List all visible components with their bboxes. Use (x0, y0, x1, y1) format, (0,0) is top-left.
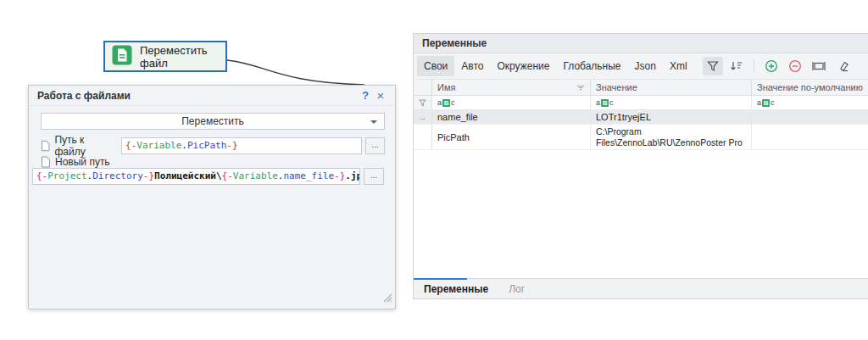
funnel-icon (419, 99, 426, 107)
tab-json[interactable]: Json (628, 56, 663, 76)
action-dropdown[interactable]: Переместить (41, 113, 385, 130)
document-icon (41, 140, 50, 152)
current-row-arrow-icon: → (418, 112, 427, 122)
sort-indicator-icon (576, 82, 585, 92)
match-case-icon: aBc (437, 99, 455, 107)
column-header-value[interactable]: Значение (591, 80, 752, 95)
panel-bottom-tabs: Переменные Лог (414, 278, 868, 298)
cell-variable-value[interactable]: C:\Program Files\ZennoLab\RU\ZennoPoster… (591, 125, 752, 149)
new-path-row: {-Project.Directory-}Полицейский\{-Varia… (32, 168, 384, 185)
add-variable-button[interactable] (761, 57, 782, 75)
filter-cell-value[interactable]: aBc (591, 96, 752, 109)
add-icon (765, 59, 778, 73)
clear-button[interactable] (832, 57, 853, 75)
file-action-icon (112, 45, 132, 69)
workspace: Переместить файл Работа с файлами ? × Пе… (0, 0, 868, 340)
cell-variable-name[interactable]: name_file (432, 110, 591, 124)
sort-icon (730, 60, 743, 72)
rename-button[interactable] (809, 57, 829, 75)
filter-row-indicator (414, 96, 432, 109)
bottom-tab-log[interactable]: Лог (498, 283, 535, 295)
grid-header-row: Имя Значение Значение по-умолчанию (414, 80, 868, 96)
dialog-titlebar[interactable]: Работа с файлами ? × (29, 86, 395, 106)
action-node-move-file[interactable]: Переместить файл (103, 41, 227, 72)
filter-cell-name[interactable]: aBc (432, 96, 591, 109)
eraser-icon (836, 60, 849, 72)
new-path-browse-button[interactable]: ... (364, 168, 384, 185)
variables-panel-header: Переменные (414, 34, 868, 53)
file-path-input[interactable]: {-Variable.PicPath-} (121, 137, 362, 154)
file-path-row: Путь к файлу {-Variable.PicPath-} ... (41, 134, 385, 158)
variables-grid: Имя Значение Значение по-умолчанию (414, 80, 868, 278)
filter-icon (707, 60, 719, 72)
sort-button[interactable] (726, 57, 747, 75)
remove-icon (788, 59, 802, 73)
match-case-icon: aBc (596, 99, 614, 107)
grid-filter-row: aBc aBc aBc (414, 96, 868, 110)
grid-empty-area (414, 150, 868, 278)
chevron-down-icon (370, 120, 377, 124)
new-path-input[interactable]: {-Project.Directory-}Полицейский\{-Varia… (32, 168, 360, 185)
help-icon[interactable]: ? (358, 89, 373, 102)
filter-cell-default[interactable]: aBc (752, 96, 868, 109)
tab-own[interactable]: Свои (417, 56, 454, 76)
row-indicator (414, 125, 432, 149)
filter-button[interactable] (703, 57, 723, 75)
dialog-title: Работа с файлами (37, 90, 358, 102)
close-icon[interactable]: × (373, 88, 388, 103)
toolbar-separator (754, 59, 754, 73)
column-header-name[interactable]: Имя (432, 80, 591, 95)
tab-xml[interactable]: Xml (663, 56, 694, 76)
cell-variable-name[interactable]: PicPath (432, 125, 591, 149)
tab-auto[interactable]: Авто (454, 56, 490, 76)
table-row-picpath[interactable]: PicPath C:\Program Files\ZennoLab\RU\Zen… (414, 125, 868, 150)
tab-environment[interactable]: Окружение (490, 56, 556, 76)
frame-icon (812, 60, 826, 72)
match-case-icon: aBc (757, 99, 775, 107)
cell-variable-value[interactable]: LOTr1tryejEL (591, 110, 752, 124)
active-tab-indicator (414, 278, 467, 280)
column-header-default[interactable]: Значение по-умолчанию (752, 80, 868, 95)
tab-global[interactable]: Глобальные (556, 56, 627, 76)
bottom-tab-variables[interactable]: Переменные (414, 283, 498, 295)
document-icon (41, 156, 51, 168)
remove-variable-button[interactable] (785, 57, 805, 75)
node-label: Переместить файл (140, 44, 225, 70)
table-row-name-file[interactable]: → name_file LOTr1tryejEL (414, 110, 868, 125)
cell-variable-default[interactable] (752, 125, 868, 149)
file-path-browse-button[interactable]: ... (365, 137, 385, 154)
resize-grip[interactable] (382, 291, 392, 306)
action-dropdown-value: Переместить (181, 115, 244, 127)
cell-variable-default[interactable] (752, 110, 868, 124)
variables-panel-title: Переменные (422, 37, 487, 49)
variables-panel: Переменные Свои Авто Окружение Глобальны… (413, 33, 868, 299)
new-path-label: Новый путь (41, 156, 110, 168)
grid-header-indicator (414, 80, 432, 95)
variables-toolbar: Свои Авто Окружение Глобальные Json Xml (414, 53, 868, 80)
row-indicator: → (414, 110, 432, 124)
file-path-label: Путь к файлу (41, 134, 114, 158)
file-operations-dialog: Работа с файлами ? × Переместить Путь к … (28, 85, 396, 309)
